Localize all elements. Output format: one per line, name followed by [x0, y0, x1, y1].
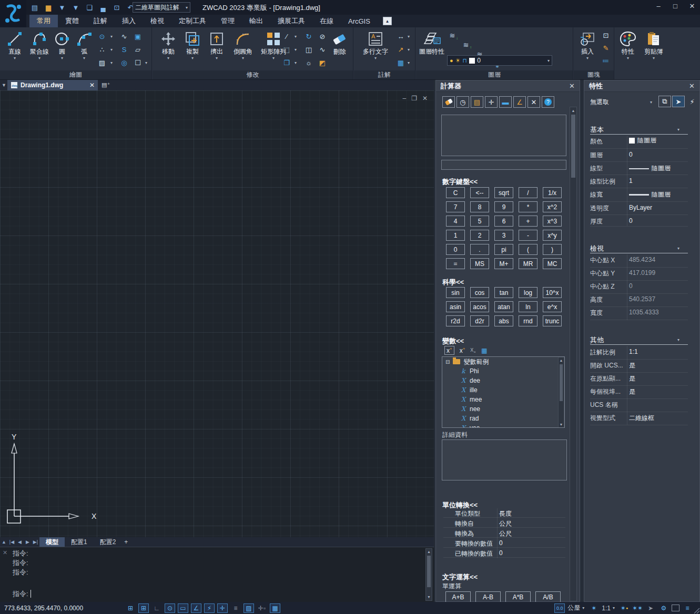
tab-insert[interactable]: 插入 — [115, 15, 143, 27]
section-view-caret-icon[interactable]: ▾ — [677, 246, 679, 251]
variable-item[interactable]: Xnee — [442, 404, 564, 414]
ribbon-collapse-icon[interactable]: ▲ — [383, 17, 392, 25]
spline-icon[interactable]: S — [119, 45, 129, 54]
ucs-on-value[interactable]: 是 — [629, 361, 635, 370]
dynamic-input-icon[interactable]: ⚡ — [204, 603, 215, 613]
calc-key-rnd[interactable]: rnd — [519, 315, 537, 326]
variables-folder-row[interactable]: ⊟ 變數範例 — [442, 357, 564, 366]
numpad-header[interactable]: 數字鍵盤<< — [442, 177, 478, 187]
calc-key-6[interactable]: 6 — [494, 216, 513, 227]
doc-list-caret-icon[interactable]: ▼ — [2, 83, 6, 88]
object-snap-tracking-icon[interactable]: ∠ — [191, 603, 201, 613]
textop-atimesb-button[interactable]: A*B — [505, 591, 531, 602]
trim-caret-icon[interactable]: ▾ — [295, 34, 299, 39]
layer-bulb-icon[interactable]: ● — [450, 57, 453, 64]
lineweight-value[interactable]: 隨圖層 — [629, 190, 671, 199]
annotation-scale-icon[interactable]: ✶ — [589, 603, 599, 613]
clear-icon[interactable] — [442, 96, 455, 108]
calc-key-9[interactable]: 9 — [494, 201, 513, 212]
collapse-minus-icon[interactable]: ⊟ — [445, 359, 450, 365]
trim-icon[interactable]: ∕ — [282, 32, 291, 41]
calc-key-log[interactable]: log — [519, 287, 537, 298]
layer-lock-state-icon[interactable]: ⊓ — [463, 57, 468, 64]
status-menu-icon[interactable]: ≡ — [682, 603, 693, 613]
measure-distance-icon[interactable]: ▬ — [499, 96, 512, 108]
history-icon[interactable]: ◷ — [456, 96, 469, 108]
boundary-caret-icon[interactable]: ▾ — [145, 60, 149, 65]
drawing-canvas[interactable]: – ❐ ✕ Y X — [0, 90, 434, 537]
section-view[interactable]: 檢視 — [590, 244, 604, 253]
calc-key-square[interactable]: x^2 — [543, 201, 562, 212]
calc-key-4[interactable]: 4 — [446, 216, 465, 227]
calc-key-2[interactable]: 2 — [470, 230, 489, 241]
calc-key-abs[interactable]: abs — [494, 315, 513, 326]
transparency-value[interactable]: ByLayer — [629, 204, 652, 211]
calculator-title-bar[interactable]: 計算器 ✕ — [436, 80, 580, 92]
calc-key-1[interactable]: 1 — [446, 230, 465, 241]
table-caret-icon[interactable]: ▾ — [408, 60, 412, 65]
revision-cloud-icon[interactable]: ∿ — [119, 32, 129, 41]
command-expand-icon[interactable]: ▲ — [0, 537, 8, 547]
hatch-icon[interactable]: ▨ — [97, 58, 107, 67]
annotation-scale-label[interactable]: 1:1 — [602, 605, 611, 612]
layer-color-swatch[interactable] — [469, 58, 475, 64]
properties-title-bar[interactable]: 特性 ✕ — [584, 80, 699, 92]
copy-icon[interactable]: ❏ — [84, 2, 95, 13]
object-snap-icon[interactable]: ▭ — [178, 603, 188, 613]
layer-value[interactable]: 0 — [629, 151, 633, 158]
table-icon[interactable]: ▦ — [396, 58, 405, 67]
calc-key-mc[interactable]: MC — [543, 258, 562, 269]
calculator-return-icon[interactable]: ▦ — [481, 347, 487, 354]
snap-icon[interactable]: ⊞ — [138, 603, 149, 613]
toggle-pickadd-icon[interactable]: ⚡ — [686, 96, 698, 107]
tab-model[interactable]: 模型 — [39, 537, 65, 547]
calc-input-field[interactable] — [441, 160, 566, 170]
circle-button[interactable]: 圓▾ — [52, 29, 73, 62]
calc-key-10x[interactable]: 10^x — [543, 287, 562, 298]
variables-header[interactable]: 變數<< — [442, 336, 464, 346]
units-header[interactable]: 單位轉換<< — [442, 500, 478, 510]
boundary-icon[interactable]: ☐ — [133, 58, 143, 67]
tab-view[interactable]: 檢視 — [143, 15, 171, 27]
textop-aplusb-button[interactable]: A+B — [445, 591, 471, 602]
resize-grip[interactable] — [693, 607, 700, 614]
dimension-caret-icon[interactable]: ▾ — [408, 34, 412, 39]
new-document-tab-icon[interactable]: ▤⁺ — [102, 81, 110, 88]
textops-header[interactable]: 文字運算<< — [442, 572, 478, 582]
scientific-header[interactable]: 科學<< — [442, 278, 464, 287]
create-block-icon[interactable]: ⊡ — [601, 30, 611, 40]
maximize-button[interactable]: □ — [671, 2, 680, 10]
calc-key-cube[interactable]: x^3 — [543, 216, 562, 227]
tab-express-tools[interactable]: 擴展工具 — [270, 15, 312, 27]
variables-tree[interactable]: ⊟ 變數範例 kPhi Xdee Xille Xmee Xnee Xrad Xv… — [442, 356, 565, 428]
point-icon[interactable]: ∴ — [97, 45, 107, 54]
doc-minimize-icon[interactable]: – — [402, 95, 406, 102]
calculator-scrollbar[interactable]: ▲ — [570, 107, 577, 601]
calc-key-decimal[interactable]: . — [470, 244, 489, 255]
save-as-icon[interactable]: ▼ — [70, 2, 81, 13]
tab-solid[interactable]: 實體 — [58, 15, 86, 27]
new-layout-icon[interactable]: + — [122, 537, 130, 547]
workspace-select[interactable]: 二維草圖與註解 ▾ — [133, 2, 190, 13]
fillet-button[interactable]: 倒圓角▾ — [229, 29, 257, 62]
calc-key-asin[interactable]: asin — [446, 301, 465, 312]
polyline-button[interactable]: 聚合線▾ — [26, 29, 53, 62]
hatch-caret-icon[interactable]: ▾ — [110, 60, 115, 65]
annotation-visibility-icon[interactable]: ✶● — [619, 603, 630, 613]
visual-style-value[interactable]: 二維線框 — [629, 414, 654, 423]
print-icon[interactable]: ▄ — [98, 2, 108, 13]
textop-adivb-button[interactable]: A/B — [535, 591, 561, 602]
polar-tracking-icon[interactable]: ⊙ — [165, 603, 175, 613]
calc-key-power[interactable]: x^y — [543, 230, 562, 241]
calc-history-area[interactable] — [441, 115, 566, 156]
stretch-caret-icon[interactable]: ▾ — [295, 47, 299, 52]
cursor-badge-icon[interactable]: ➤ — [645, 603, 656, 613]
break-icon[interactable]: ∿ — [318, 45, 327, 54]
calc-key-multiply[interactable]: * — [519, 201, 537, 212]
calc-key-sqrt[interactable]: sqrt — [494, 187, 513, 198]
tab-online[interactable]: 在線 — [312, 15, 341, 27]
intersection-icon[interactable]: ✕ — [527, 96, 540, 108]
dimension-icon[interactable]: ↔ — [396, 32, 405, 41]
calc-key-atan[interactable]: atan — [494, 301, 513, 312]
linetype-scale-value[interactable]: 1 — [629, 177, 633, 185]
